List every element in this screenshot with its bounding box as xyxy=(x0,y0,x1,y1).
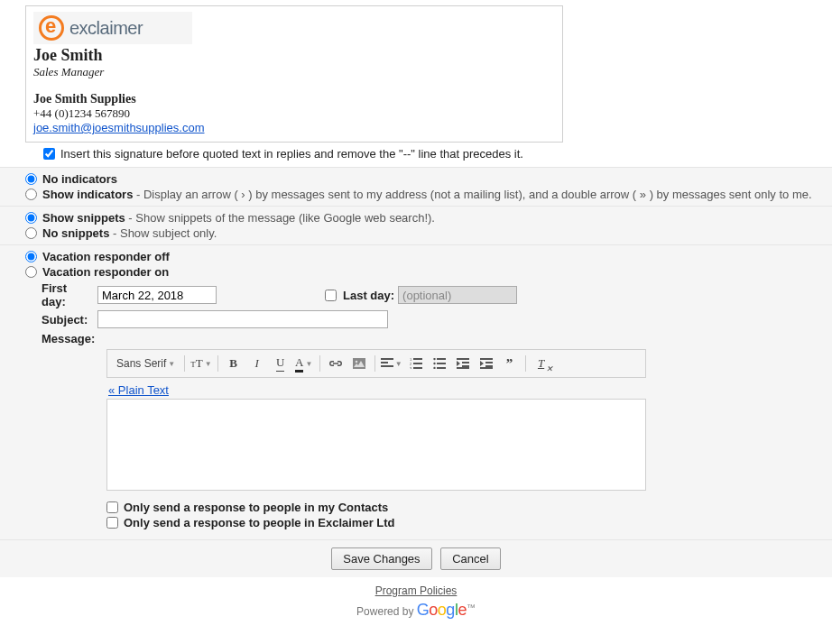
vacation-section: Vacation responder off Vacation responde… xyxy=(0,244,832,540)
exclaimer-icon xyxy=(39,15,64,41)
vacation-on-radio[interactable] xyxy=(25,266,37,278)
vacation-on-label: Vacation responder on xyxy=(42,265,169,279)
message-label: Message: xyxy=(42,330,97,345)
no-snippets-radio[interactable] xyxy=(25,227,37,239)
svg-rect-0 xyxy=(353,358,365,369)
link-button[interactable] xyxy=(326,354,346,373)
indent-less-button[interactable] xyxy=(453,354,473,373)
powered-by-text: Powered by xyxy=(356,605,417,618)
first-day-label: First day: xyxy=(42,281,97,308)
svg-point-1 xyxy=(355,361,357,363)
first-day-input[interactable] xyxy=(97,286,217,304)
quote-button[interactable]: ” xyxy=(500,354,520,373)
last-day-label: Last day: xyxy=(343,289,394,302)
formatting-toolbar: Sans Serif▼ TT▼ B I U A▼ ▼ xyxy=(106,349,646,378)
indicators-section: No indicators Show indicators - Display … xyxy=(0,167,832,207)
show-snippets-desc: - Show snippets of the message (like Goo… xyxy=(125,211,435,225)
footer: Program Policies Powered by Google™ xyxy=(0,577,832,627)
domain-only-checkbox[interactable] xyxy=(106,517,118,529)
no-snippets-desc: - Show subject only. xyxy=(109,226,217,240)
signature-logo: exclaimer xyxy=(33,12,192,44)
no-indicators-label: No indicators xyxy=(42,172,117,186)
plain-text-link[interactable]: « Plain Text xyxy=(106,378,169,399)
save-button[interactable]: Save Changes xyxy=(331,547,431,570)
vacation-off-label: Vacation responder off xyxy=(42,250,170,263)
remove-formatting-button[interactable]: T✕ xyxy=(532,354,551,373)
insert-before-quoted-label: Insert this signature before quoted text… xyxy=(60,147,523,161)
underline-button[interactable]: U xyxy=(271,354,291,373)
action-buttons-row: Save Changes Cancel xyxy=(0,539,832,577)
cancel-button[interactable]: Cancel xyxy=(440,547,500,570)
svg-point-5 xyxy=(433,358,435,360)
show-indicators-desc: - Display an arrow ( › ) by messages sen… xyxy=(133,188,811,201)
image-button[interactable] xyxy=(349,354,369,373)
text-color-button[interactable]: A▼ xyxy=(294,354,314,373)
align-button[interactable]: ▼ xyxy=(381,354,402,373)
bold-button[interactable]: B xyxy=(224,354,244,373)
show-snippets-radio[interactable] xyxy=(25,212,37,224)
font-size-button[interactable]: TT▼ xyxy=(190,354,211,373)
message-textarea[interactable] xyxy=(106,399,646,491)
font-family-selector[interactable]: Sans Serif▼ xyxy=(113,354,179,373)
subject-input[interactable] xyxy=(97,310,388,328)
contacts-only-label: Only send a response to people in my Con… xyxy=(124,501,388,514)
indent-more-button[interactable] xyxy=(476,354,496,373)
signature-company: Joe Smith Supplies xyxy=(33,92,555,106)
google-logo: Google xyxy=(417,601,467,619)
signature-email-link[interactable]: joe.smith@joesmithsupplies.com xyxy=(33,121,205,134)
svg-point-7 xyxy=(433,367,435,369)
last-day-checkbox[interactable] xyxy=(325,290,337,301)
signature-name: Joe Smith xyxy=(33,46,555,65)
signature-preview: exclaimer Joe Smith Sales Manager Joe Sm… xyxy=(25,5,563,143)
svg-point-6 xyxy=(433,363,435,364)
snippets-section: Show snippets - Show snippets of the mes… xyxy=(0,206,832,245)
italic-button[interactable]: I xyxy=(247,354,267,373)
no-indicators-radio[interactable] xyxy=(25,173,37,185)
domain-only-label: Only send a response to people in Exclai… xyxy=(124,516,395,529)
vacation-off-radio[interactable] xyxy=(25,251,37,262)
insert-before-quoted-checkbox[interactable] xyxy=(43,148,55,160)
subject-label: Subject: xyxy=(42,313,97,327)
show-indicators-radio[interactable] xyxy=(25,189,37,200)
signature-title: Sales Manager xyxy=(33,65,555,79)
numbered-list-button[interactable]: 123 xyxy=(406,354,426,373)
last-day-input: (optional) xyxy=(398,286,517,304)
signature-phone: +44 (0)1234 567890 xyxy=(33,106,555,121)
program-policies-link[interactable]: Program Policies xyxy=(375,584,458,597)
no-snippets-label: No snippets xyxy=(42,226,109,240)
contacts-only-checkbox[interactable] xyxy=(106,501,118,513)
svg-text:3: 3 xyxy=(410,366,412,369)
show-snippets-label: Show snippets xyxy=(42,211,125,225)
show-indicators-label: Show indicators xyxy=(42,188,133,201)
brand-name: exclaimer xyxy=(69,18,143,39)
bulleted-list-button[interactable] xyxy=(430,354,449,373)
